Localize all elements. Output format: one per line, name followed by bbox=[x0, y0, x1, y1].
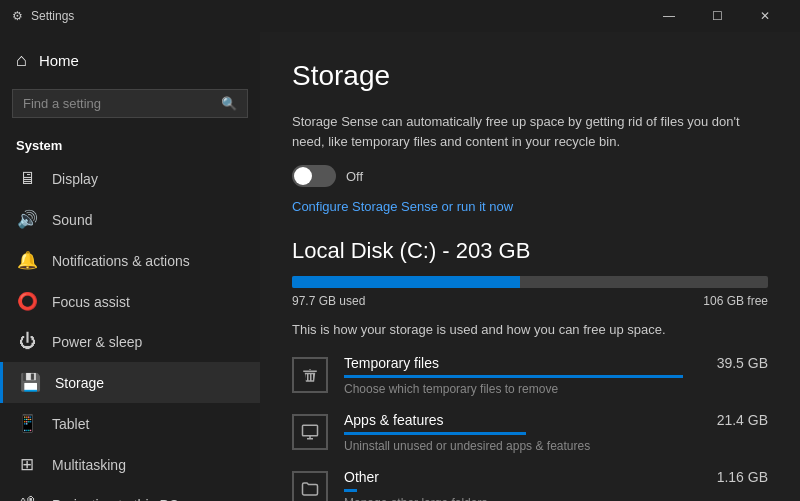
settings-icon: ⚙ bbox=[12, 9, 23, 23]
disk-free: 106 GB free bbox=[703, 294, 768, 308]
other-icon bbox=[292, 471, 328, 501]
sidebar-item-tablet[interactable]: 📱 Tablet bbox=[0, 403, 260, 444]
notifications-icon: 🔔 bbox=[16, 250, 38, 271]
sidebar-label-display: Display bbox=[52, 171, 98, 187]
storage-desc: This is how your storage is used and how… bbox=[292, 322, 768, 337]
minimize-button[interactable]: — bbox=[646, 0, 692, 32]
sidebar-item-storage[interactable]: 💾 Storage bbox=[0, 362, 260, 403]
trash-icon bbox=[301, 366, 319, 384]
search-icon: 🔍 bbox=[221, 96, 237, 111]
display-icon: 🖥 bbox=[16, 169, 38, 189]
sidebar-item-multitasking[interactable]: ⊞ Multitasking bbox=[0, 444, 260, 485]
storage-icon: 💾 bbox=[19, 372, 41, 393]
other-size: 1.16 GB bbox=[717, 469, 768, 485]
sidebar-item-notifications[interactable]: 🔔 Notifications & actions bbox=[0, 240, 260, 281]
app-body: ⌂ Home 🔍 System 🖥 Display 🔊 Sound 🔔 Noti… bbox=[0, 32, 800, 501]
sidebar-item-power[interactable]: ⏻ Power & sleep bbox=[0, 322, 260, 362]
folder-icon bbox=[301, 480, 319, 498]
monitor-icon bbox=[301, 423, 319, 441]
temp-files-header: Temporary files 39.5 GB bbox=[344, 355, 768, 371]
configure-link[interactable]: Configure Storage Sense or run it now bbox=[292, 199, 513, 214]
page-title: Storage bbox=[292, 60, 768, 92]
toggle-label: Off bbox=[346, 169, 363, 184]
sidebar-item-display[interactable]: 🖥 Display bbox=[0, 159, 260, 199]
sidebar-label-power: Power & sleep bbox=[52, 334, 142, 350]
temp-files-desc: Choose which temporary files to remove bbox=[344, 382, 768, 396]
temp-files-name[interactable]: Temporary files bbox=[344, 355, 439, 371]
storage-item-apps: Apps & features 21.4 GB Uninstall unused… bbox=[292, 412, 768, 453]
temp-files-body: Temporary files 39.5 GB Choose which tem… bbox=[344, 355, 768, 396]
svg-rect-0 bbox=[303, 425, 318, 436]
power-icon: ⏻ bbox=[16, 332, 38, 352]
storage-sense-toggle[interactable] bbox=[292, 165, 336, 187]
search-box[interactable]: 🔍 bbox=[12, 89, 248, 118]
sidebar-label-sound: Sound bbox=[52, 212, 92, 228]
disk-used: 97.7 GB used bbox=[292, 294, 365, 308]
focus-icon: ⭕ bbox=[16, 291, 38, 312]
other-body: Other 1.16 GB Manage other large folders bbox=[344, 469, 768, 501]
sound-icon: 🔊 bbox=[16, 209, 38, 230]
disk-bar-fill bbox=[292, 276, 520, 288]
sidebar-item-sound[interactable]: 🔊 Sound bbox=[0, 199, 260, 240]
sidebar-item-focus[interactable]: ⭕ Focus assist bbox=[0, 281, 260, 322]
sidebar-home-button[interactable]: ⌂ Home bbox=[0, 40, 260, 81]
content-area: Storage Storage Sense can automatically … bbox=[260, 32, 800, 501]
home-icon: ⌂ bbox=[16, 50, 27, 71]
apps-header: Apps & features 21.4 GB bbox=[344, 412, 768, 428]
disk-bar-container bbox=[292, 276, 768, 288]
sidebar-label-tablet: Tablet bbox=[52, 416, 89, 432]
other-bar bbox=[344, 489, 357, 492]
title-bar-controls: — ☐ ✕ bbox=[646, 0, 788, 32]
sidebar-label-notifications: Notifications & actions bbox=[52, 253, 190, 269]
temp-files-icon bbox=[292, 357, 328, 393]
other-desc: Manage other large folders bbox=[344, 496, 768, 501]
apps-body: Apps & features 21.4 GB Uninstall unused… bbox=[344, 412, 768, 453]
search-input[interactable] bbox=[23, 96, 213, 111]
title-bar: ⚙ Settings — ☐ ✕ bbox=[0, 0, 800, 32]
toggle-thumb bbox=[294, 167, 312, 185]
storage-item-other: Other 1.16 GB Manage other large folders bbox=[292, 469, 768, 501]
other-name[interactable]: Other bbox=[344, 469, 379, 485]
home-label: Home bbox=[39, 52, 79, 69]
sidebar-item-projecting[interactable]: 📽 Projecting to this PC bbox=[0, 485, 260, 501]
close-button[interactable]: ✕ bbox=[742, 0, 788, 32]
apps-name[interactable]: Apps & features bbox=[344, 412, 444, 428]
disk-title: Local Disk (C:) - 203 GB bbox=[292, 238, 768, 264]
maximize-button[interactable]: ☐ bbox=[694, 0, 740, 32]
system-section-label: System bbox=[0, 126, 260, 159]
apps-size: 21.4 GB bbox=[717, 412, 768, 428]
sidebar-label-multitasking: Multitasking bbox=[52, 457, 126, 473]
sidebar-label-focus: Focus assist bbox=[52, 294, 130, 310]
temp-files-bar bbox=[344, 375, 683, 378]
apps-desc: Uninstall unused or undesired apps & fea… bbox=[344, 439, 768, 453]
other-header: Other 1.16 GB bbox=[344, 469, 768, 485]
title-bar-title: Settings bbox=[31, 9, 74, 23]
sidebar-label-projecting: Projecting to this PC bbox=[52, 497, 179, 501]
toggle-row: Off bbox=[292, 165, 768, 187]
storage-sense-desc: Storage Sense can automatically free up … bbox=[292, 112, 768, 151]
apps-bar bbox=[344, 432, 526, 435]
tablet-icon: 📱 bbox=[16, 413, 38, 434]
projecting-icon: 📽 bbox=[16, 495, 38, 501]
temp-files-size: 39.5 GB bbox=[717, 355, 768, 371]
title-bar-left: ⚙ Settings bbox=[12, 9, 74, 23]
multitasking-icon: ⊞ bbox=[16, 454, 38, 475]
sidebar: ⌂ Home 🔍 System 🖥 Display 🔊 Sound 🔔 Noti… bbox=[0, 32, 260, 501]
sidebar-label-storage: Storage bbox=[55, 375, 104, 391]
apps-icon bbox=[292, 414, 328, 450]
storage-item-temp: Temporary files 39.5 GB Choose which tem… bbox=[292, 355, 768, 396]
disk-stats: 97.7 GB used 106 GB free bbox=[292, 294, 768, 308]
